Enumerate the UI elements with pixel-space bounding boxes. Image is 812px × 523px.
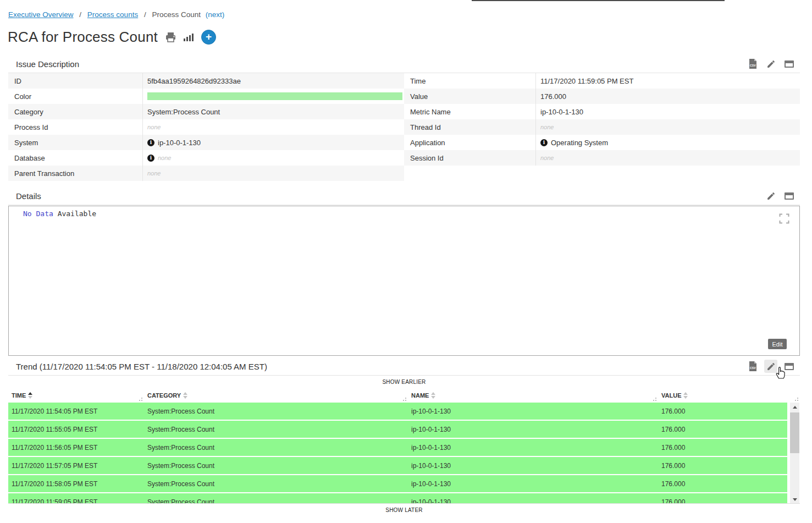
details-content-box: No Data Available: [8, 206, 800, 356]
sort-arrows-icon[interactable]: [183, 392, 187, 399]
sort-desc-icon: [28, 396, 32, 399]
kv-value-text: none: [147, 170, 161, 177]
window-icon[interactable]: [782, 189, 796, 202]
sort-asc-icon: [183, 392, 187, 395]
kv-label: Parent Transaction: [8, 166, 143, 181]
breadcrumb-link-process-counts[interactable]: Process counts: [87, 10, 138, 19]
table-row[interactable]: 11/17/2020 11:56:05 PM ESTSystem:Process…: [8, 439, 787, 456]
table-row[interactable]: 11/17/2020 11:57:05 PM ESTSystem:Process…: [8, 457, 787, 474]
column-header-label: CATEGORY: [147, 392, 181, 399]
breadcrumb-separator: /: [79, 10, 81, 19]
kv-row: ApplicationiOperating System: [404, 135, 800, 150]
kv-value: 176.000: [536, 89, 800, 104]
kv-value-text: 176.000: [540, 92, 566, 101]
kv-value: [143, 89, 404, 104]
kv-value-text: none: [540, 155, 554, 161]
kv-row: Parent Transactionnone: [8, 166, 404, 181]
table-row[interactable]: 11/17/2020 11:55:05 PM ESTSystem:Process…: [8, 421, 787, 438]
issue-right-table: Time11/17/2020 11:59:05 PM ESTValue176.0…: [404, 73, 800, 181]
kv-value-text: ip-10-0-1-130: [158, 139, 201, 147]
table-cell: 176.000: [658, 462, 787, 470]
kv-label: Time: [404, 73, 536, 89]
kv-value-text: none: [158, 155, 171, 161]
kv-row: Thread Idnone: [404, 119, 800, 135]
column-header-time[interactable]: TIME: [8, 388, 144, 403]
sort-desc-icon: [183, 396, 187, 399]
column-resize-grip[interactable]: [141, 400, 142, 401]
table-cell: 11/17/2020 11:58:05 PM EST: [8, 480, 144, 488]
kv-value-text: System:Process Count: [147, 108, 220, 116]
column-resize-grip[interactable]: [655, 400, 656, 401]
print-icon[interactable]: [165, 32, 176, 42]
show-later-button[interactable]: SHOW LATER: [8, 504, 800, 516]
kv-label: Value: [404, 89, 536, 104]
trend-title: Trend (11/17/2020 11:54:05 PM EST - 11/1…: [8, 362, 267, 371]
kv-value: none: [143, 119, 404, 135]
edit-pencil-icon[interactable]: [764, 189, 777, 202]
sort-asc-icon: [431, 392, 435, 395]
info-icon[interactable]: i: [540, 139, 548, 146]
kv-value: ip-10-0-1-130: [536, 104, 800, 119]
table-cell: 11/17/2020 11:55:05 PM EST: [8, 426, 144, 433]
table-cell: 11/17/2020 11:59:05 PM EST: [8, 498, 144, 504]
sort-arrows-icon[interactable]: [28, 392, 32, 399]
trend-table-header: TIMECATEGORYNAMEVALUE: [8, 388, 800, 403]
trend-table-scroll-area: 11/17/2020 11:54:05 PM ESTSystem:Process…: [8, 403, 800, 504]
sort-asc-icon: [683, 392, 688, 395]
kv-value: 11/17/2020 11:59:05 PM EST: [536, 73, 800, 89]
info-icon[interactable]: i: [147, 155, 154, 162]
edit-pencil-icon[interactable]: [764, 57, 777, 70]
trend-table-body: 11/17/2020 11:54:05 PM ESTSystem:Process…: [8, 403, 787, 504]
table-row[interactable]: 11/17/2020 11:54:05 PM ESTSystem:Process…: [8, 403, 787, 420]
chart-bars-icon[interactable]: [184, 33, 194, 41]
vertical-scrollbar[interactable]: [790, 403, 799, 504]
column-resize-grip[interactable]: [797, 400, 798, 401]
svg-text:CSV: CSV: [750, 64, 756, 67]
table-cell: 11/17/2020 11:54:05 PM EST: [8, 408, 144, 415]
add-button[interactable]: +: [201, 30, 216, 45]
column-header-value[interactable]: VALUE: [658, 388, 800, 403]
kv-label: Thread Id: [404, 119, 536, 135]
kv-label: ID: [8, 73, 143, 89]
scroll-up-arrow-icon[interactable]: [790, 403, 799, 411]
kv-row: Metric Nameip-10-0-1-130: [404, 104, 800, 119]
sort-arrows-icon[interactable]: [431, 392, 435, 399]
scroll-down-arrow-icon[interactable]: [790, 495, 799, 504]
fullscreen-expand-icon[interactable]: [779, 213, 789, 226]
window-icon[interactable]: [782, 57, 796, 70]
issue-description-panel: Issue Description CSV ID5fb4aa: [8, 55, 800, 181]
kv-label: Session Id: [404, 150, 536, 166]
issue-description-header: Issue Description CSV: [8, 55, 800, 73]
column-header-label: VALUE: [661, 392, 681, 399]
table-cell: 176.000: [658, 426, 787, 433]
table-cell: 11/17/2020 11:56:05 PM EST: [8, 444, 144, 452]
column-header-name[interactable]: NAME: [408, 388, 658, 403]
csv-export-icon[interactable]: CSV: [746, 360, 759, 373]
column-header-category[interactable]: CATEGORY: [144, 388, 408, 403]
breadcrumb-link-executive-overview[interactable]: Executive Overview: [8, 10, 74, 19]
sort-arrows-icon[interactable]: [683, 392, 688, 399]
table-row[interactable]: 11/17/2020 11:58:05 PM ESTSystem:Process…: [8, 475, 787, 492]
breadcrumb-next-link[interactable]: (next): [206, 10, 225, 19]
info-icon[interactable]: i: [147, 139, 154, 146]
kv-value: iip-10-0-1-130: [143, 135, 404, 150]
window-icon[interactable]: [782, 360, 796, 373]
table-cell: ip-10-0-1-130: [408, 498, 658, 504]
edit-pencil-icon[interactable]: [764, 360, 777, 373]
show-earlier-button[interactable]: SHOW EARLIER: [8, 376, 800, 388]
column-resize-grip[interactable]: [405, 400, 406, 401]
edit-tooltip: Edit: [768, 339, 787, 349]
kv-value-text: none: [540, 124, 554, 130]
kv-value-text: none: [147, 124, 161, 130]
table-cell: System:Process Count: [144, 426, 408, 433]
csv-export-icon[interactable]: CSV: [746, 57, 759, 70]
column-header-label: NAME: [411, 392, 429, 399]
kv-label: Color: [8, 89, 143, 104]
scrollbar-thumb[interactable]: [790, 412, 799, 453]
kv-row: CategorySystem:Process Count: [8, 104, 404, 119]
table-row[interactable]: 11/17/2020 11:59:05 PM ESTSystem:Process…: [8, 493, 787, 504]
kv-label: Category: [8, 104, 143, 119]
table-cell: 176.000: [658, 480, 787, 488]
table-cell: ip-10-0-1-130: [408, 480, 658, 488]
sort-desc-icon: [431, 396, 435, 399]
